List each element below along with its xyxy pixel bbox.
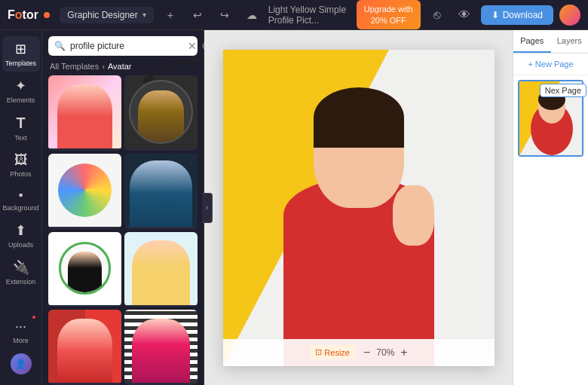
redo-button[interactable]: ↪: [214, 5, 235, 26]
template-thumb-6[interactable]: ♡: [124, 232, 198, 307]
sidebar-item-photos[interactable]: 🖼 Photos: [2, 148, 40, 182]
breadcrumb-current: Avatar: [108, 62, 132, 71]
sidebar-item-more[interactable]: ··· More: [2, 314, 40, 349]
search-input[interactable]: [70, 41, 183, 51]
fotor-logo: Fotor: [8, 8, 51, 22]
sidebar-item-text[interactable]: T Text: [2, 110, 40, 146]
template-grid: ♡ ♡ ♡: [42, 75, 204, 385]
eye-icon[interactable]: 👁: [454, 5, 475, 26]
sidebar-item-uploads[interactable]: ⬆ Uploads: [2, 218, 40, 253]
svg-point-0: [44, 12, 50, 18]
zoom-out-button[interactable]: −: [363, 346, 370, 359]
sidebar-item-user[interactable]: 👤: [2, 349, 40, 379]
template-thumb-7[interactable]: [48, 310, 121, 385]
add-page-button[interactable]: +: [160, 5, 181, 26]
breadcrumb-arrow-icon: ›: [102, 62, 105, 71]
upgrade-button[interactable]: Upgrade with 20% OFF: [357, 0, 421, 29]
uploads-icon: ⬆: [15, 222, 26, 239]
resize-button[interactable]: ⊡ Resize: [309, 345, 356, 359]
sidebar-item-background[interactable]: ▪ Background: [2, 184, 40, 216]
tab-pages[interactable]: Pages: [513, 30, 551, 53]
template-thumb-5[interactable]: [48, 232, 121, 307]
workspace-chevron-icon: ▾: [142, 11, 146, 19]
canvas-person: [246, 65, 472, 366]
search-clear-icon[interactable]: ✕: [188, 40, 197, 52]
user-avatar[interactable]: [559, 5, 580, 26]
search-bar: 🔍 ✕ ⚙: [48, 36, 198, 56]
download-button[interactable]: ⬇ Download: [481, 5, 553, 25]
template-panel: 🔍 ✕ ⚙ All Templates › Avatar ♡: [42, 30, 204, 385]
page-thumb-1[interactable]: [518, 80, 583, 157]
background-icon: ▪: [19, 188, 23, 202]
zoom-level: 70%: [376, 347, 394, 358]
svg-point-8: [538, 89, 565, 110]
workspace-selector[interactable]: Graphic Designer ▾: [60, 7, 153, 23]
sidebar-item-extension[interactable]: 🔌 Extension: [2, 255, 40, 290]
extension-icon: 🔌: [13, 259, 29, 276]
share-icon[interactable]: ⎋: [427, 5, 448, 26]
breadcrumb-parent[interactable]: All Templates: [50, 62, 99, 71]
canvas-wrapper[interactable]: ⊡ Resize − 70% +: [223, 50, 495, 366]
canvas-bottom-bar: ⊡ Resize − 70% +: [223, 339, 495, 366]
download-icon: ⬇: [492, 10, 499, 20]
cloud-save-button[interactable]: ☁: [241, 5, 262, 26]
template-thumb-4[interactable]: ♡: [124, 154, 198, 229]
sidebar-item-templates[interactable]: ⊞ Templates: [2, 36, 40, 72]
page-thumb-inner: [519, 81, 582, 155]
template-thumb-3[interactable]: [48, 154, 121, 229]
canvas-area: ⊡ Resize − 70% +: [204, 30, 513, 385]
elements-icon: ✦: [15, 78, 26, 94]
sidebar-item-elements[interactable]: ✦ Elements: [2, 73, 40, 108]
undo-button[interactable]: ↩: [187, 5, 208, 26]
new-page-button[interactable]: + New Page: [513, 53, 588, 75]
workspace-label: Graphic Designer: [67, 10, 137, 20]
page-thumb-preview: [519, 81, 582, 155]
zoom-in-button[interactable]: +: [400, 346, 407, 359]
main-content: ⊞ Templates ✦ Elements T Text 🖼 Photos ▪…: [0, 30, 588, 385]
tab-layers[interactable]: Layers: [551, 30, 589, 53]
breadcrumb: All Templates › Avatar: [42, 59, 204, 75]
page-thumbnails: [513, 75, 588, 161]
notification-dot: [32, 316, 35, 319]
resize-icon: ⊡: [315, 347, 322, 357]
photos-icon: 🖼: [14, 152, 28, 168]
topbar: Fotor Graphic Designer ▾ + ↩ ↪ ☁ Light Y…: [0, 0, 588, 30]
template-thumb-8[interactable]: [124, 310, 198, 385]
sidebar-user-avatar: 👤: [11, 353, 32, 374]
template-thumb-1[interactable]: ♡: [48, 75, 121, 151]
template-thumb-2[interactable]: ♡: [124, 75, 198, 151]
right-tabs: Pages Layers: [513, 30, 588, 53]
right-sidebar: Pages Layers + New Page Nex Page: [513, 30, 588, 385]
file-title-area: Light Yellow Simple Profile Pict...: [268, 5, 351, 26]
search-icon: 🔍: [54, 41, 66, 51]
file-title: Light Yellow Simple Profile Pict...: [268, 5, 351, 26]
left-sidebar: ⊞ Templates ✦ Elements T Text 🖼 Photos ▪…: [0, 30, 42, 385]
panel-collapse-button[interactable]: ›: [202, 193, 213, 223]
text-icon: T: [16, 115, 25, 132]
more-icon: ···: [15, 319, 26, 335]
templates-icon: ⊞: [15, 41, 26, 57]
zoom-controls: − 70% +: [363, 346, 408, 359]
